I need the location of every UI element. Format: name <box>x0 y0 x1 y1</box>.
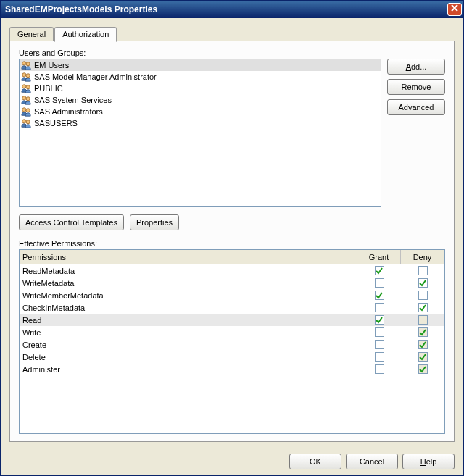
close-button[interactable] <box>447 3 462 16</box>
list-item-label: SAS Administrators <box>34 107 103 116</box>
checkbox[interactable] <box>375 303 384 312</box>
svg-point-11 <box>26 120 30 124</box>
permission-name: Write <box>20 328 357 337</box>
users-groups-list[interactable]: EM UsersSAS Model Manager AdministratorP… <box>19 59 381 207</box>
list-item[interactable]: SAS Model Manager Administrator <box>20 71 381 83</box>
grant-cell <box>357 340 401 349</box>
checkbox[interactable] <box>418 266 428 275</box>
access-control-templates-button[interactable]: Access Control Templates <box>19 214 124 230</box>
grant-cell <box>357 266 401 275</box>
deny-cell <box>401 327 444 337</box>
permission-name: Read <box>20 316 357 325</box>
svg-point-3 <box>26 74 30 78</box>
table-row[interactable]: Administer <box>20 363 444 375</box>
tab-general[interactable]: General <box>9 27 54 41</box>
effective-permissions-label: Effective Permissions: <box>19 239 445 248</box>
ok-button[interactable]: OK <box>289 454 341 469</box>
table-row[interactable]: WriteMetadata <box>20 277 444 289</box>
tab-panel-authorization: Users and Groups: EM UsersSAS Model Mana… <box>9 41 455 442</box>
list-item[interactable]: PUBLIC <box>20 83 381 94</box>
group-icon <box>21 118 31 128</box>
list-item[interactable]: SAS System Services <box>20 94 381 106</box>
properties-button[interactable]: Properties <box>130 214 179 230</box>
checkbox[interactable] <box>418 327 428 337</box>
tabstrip: General Authorization <box>9 25 455 41</box>
group-icon <box>21 60 31 70</box>
list-item[interactable]: EM Users <box>20 59 381 71</box>
advanced-button[interactable]: Advanced <box>387 99 445 115</box>
deny-cell <box>401 315 444 325</box>
window-title: SharedEMProjectsModels Properties <box>5 4 447 14</box>
dialog-footer: OK Cancel Help <box>1 448 463 475</box>
group-icon <box>21 95 31 105</box>
users-groups-label: Users and Groups: <box>19 49 445 57</box>
group-icon <box>21 83 31 93</box>
permission-name: Create <box>20 341 357 349</box>
users-groups-row: EM UsersSAS Model Manager AdministratorP… <box>19 59 445 207</box>
checkbox[interactable] <box>418 340 428 349</box>
checkbox[interactable] <box>375 352 384 362</box>
table-row[interactable]: Write <box>20 326 444 338</box>
table-row[interactable]: WriteMemberMetadata <box>20 289 444 301</box>
permission-name: CheckInMetadata <box>20 304 357 312</box>
permissions-header: Permissions Grant Deny <box>20 250 444 264</box>
checkbox[interactable] <box>418 364 428 374</box>
svg-point-2 <box>22 73 26 77</box>
checkbox[interactable] <box>418 278 428 288</box>
tab-authorization[interactable]: Authorization <box>54 27 117 42</box>
col-header-grant[interactable]: Grant <box>357 250 401 264</box>
table-row[interactable]: Create <box>20 338 444 351</box>
permission-name: WriteMemberMetadata <box>20 291 357 300</box>
svg-point-8 <box>22 108 26 112</box>
svg-point-5 <box>26 85 30 89</box>
checkbox[interactable] <box>418 303 428 312</box>
deny-cell <box>401 364 444 374</box>
help-button[interactable]: Help <box>402 454 455 469</box>
grant-cell <box>357 315 401 325</box>
svg-point-10 <box>22 120 26 123</box>
list-item-label: PUBLIC <box>34 84 63 93</box>
checkbox[interactable] <box>418 315 428 325</box>
deny-cell <box>401 278 444 288</box>
side-buttons: Add... Remove Advanced <box>387 59 445 207</box>
list-item[interactable]: SASUSERS <box>20 117 381 129</box>
svg-point-7 <box>26 97 30 101</box>
checkbox[interactable] <box>375 364 384 374</box>
checkbox[interactable] <box>375 278 384 288</box>
table-row[interactable]: Delete <box>20 351 444 363</box>
permission-name: WriteMetadata <box>20 279 357 288</box>
grant-cell <box>357 364 401 374</box>
checkbox[interactable] <box>418 352 428 362</box>
table-row[interactable]: ReadMetadata <box>20 264 444 277</box>
titlebar: SharedEMProjectsModels Properties <box>1 1 463 18</box>
col-header-deny[interactable]: Deny <box>401 250 444 264</box>
client-area: General Authorization Users and Groups: … <box>1 18 463 448</box>
permission-name: Delete <box>20 353 357 362</box>
permissions-body: ReadMetadataWriteMetadataWriteMemberMeta… <box>20 264 444 375</box>
table-row[interactable]: CheckInMetadata <box>20 301 444 314</box>
list-item[interactable]: SAS Administrators <box>20 106 381 117</box>
checkbox[interactable] <box>375 291 384 300</box>
checkbox[interactable] <box>375 315 384 325</box>
properties-dialog: SharedEMProjectsModels Properties Genera… <box>0 0 464 476</box>
add-button[interactable]: Add... <box>387 59 445 75</box>
col-header-permissions[interactable]: Permissions <box>20 250 357 264</box>
svg-point-4 <box>22 85 26 88</box>
grant-cell <box>357 303 401 312</box>
remove-button[interactable]: Remove <box>387 79 445 95</box>
deny-cell <box>401 291 444 300</box>
checkbox[interactable] <box>375 340 384 349</box>
checkbox[interactable] <box>418 291 428 300</box>
permissions-table[interactable]: Permissions Grant Deny ReadMetadataWrite… <box>19 249 445 434</box>
list-item-label: EM Users <box>34 61 69 70</box>
permissions-section: Permissions Grant Deny ReadMetadataWrite… <box>19 249 445 434</box>
svg-point-9 <box>26 109 30 112</box>
svg-point-0 <box>22 62 26 65</box>
table-row[interactable]: Read <box>20 314 444 326</box>
group-icon <box>21 72 31 82</box>
deny-cell <box>401 266 444 275</box>
cancel-button[interactable]: Cancel <box>346 454 398 469</box>
checkbox[interactable] <box>375 327 384 337</box>
deny-cell <box>401 352 444 362</box>
checkbox[interactable] <box>375 266 384 275</box>
